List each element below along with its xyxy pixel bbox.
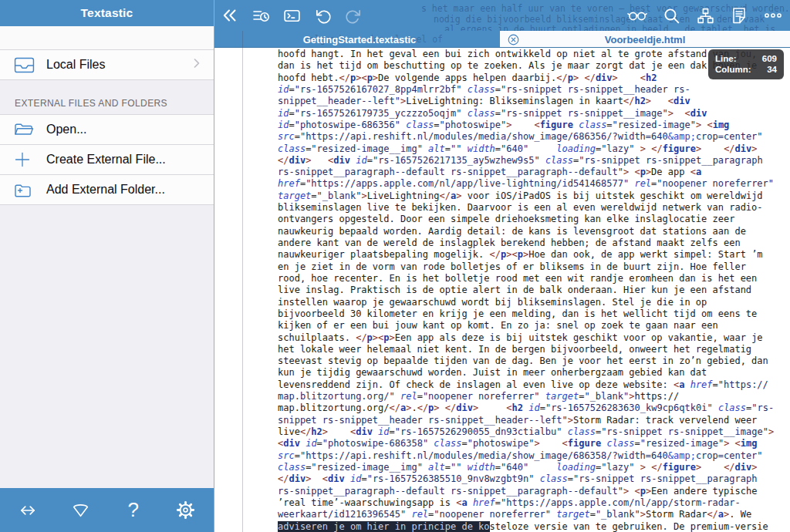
sidebar-item-open[interactable]: Open... (0, 115, 214, 145)
chevron-right-icon (189, 56, 204, 74)
code-line: class="resized-image__img" alt="" width=… (278, 462, 774, 473)
code-line: dan is het tijd om beschutting op te zoe… (278, 60, 774, 72)
column-number: 34 (767, 64, 777, 75)
terminal-button[interactable] (276, 0, 307, 31)
code-line: steevast stevig op bepaalde tijden van d… (278, 355, 774, 367)
line-column-indicator: Line: 609 Column: 34 (708, 49, 784, 79)
code-line: hoofd hangt. In het geval een bui zich o… (278, 49, 774, 60)
column-label: Column: (715, 64, 751, 75)
redo-button[interactable] (338, 0, 369, 31)
sitemap-icon (696, 6, 715, 25)
recent-files-button[interactable] (245, 0, 276, 31)
code-line: kijken of er een bui jouw kant op komt. … (278, 320, 774, 332)
code-line: en je ziet in de vorm van rode bolletjes… (278, 261, 774, 273)
create-external-file-label: Create External File... (46, 153, 204, 167)
code-line: id="rs-1657526179735_yczzzo5oqjm" class=… (278, 108, 774, 120)
sidebar-item-local-files[interactable]: Local Files (0, 50, 214, 80)
editor-margin-divider (242, 31, 243, 532)
code-line: snippet rs-snippet__header rs-snippet__h… (278, 415, 774, 426)
code-line: nauwkeurig bepaald worden. Aardig detail… (278, 226, 774, 237)
plus-icon (14, 150, 37, 169)
code-line: weerkaart/id1216396545" rel="noopener no… (278, 509, 774, 520)
code-line: </div> <div id="rs-1657526385510_9nv8wzg… (278, 473, 774, 485)
collapse-sidebar-button[interactable] (214, 0, 245, 31)
undo-icon (314, 7, 332, 25)
code-line: rood, hoe recenter. En is het bolletje r… (278, 273, 774, 285)
code-line: het lokale weer helemaal niet kent. In d… (278, 344, 774, 355)
recent-files-icon (252, 6, 270, 25)
code-editor[interactable]: hoofd hangt. In het geval een bui zich o… (214, 48, 790, 532)
wifi-icon (71, 500, 90, 520)
search-icon (662, 6, 681, 25)
code-line: rs-snippet__paragraph--default rs-snippe… (278, 486, 774, 497)
local-files-label: Local Files (46, 58, 189, 72)
code-line: src="https://api.reshift.nl/modules/medi… (278, 450, 774, 462)
left-right-arrows-icon (18, 500, 38, 520)
terminal-window-icon (282, 6, 302, 25)
search-button[interactable] (656, 0, 687, 31)
sidebar-spacer (0, 26, 214, 50)
sidebar: Textastic Local Files EXTERNAL FILES AND… (0, 0, 214, 532)
ellipsis-icon (763, 6, 783, 25)
close-icon (507, 33, 520, 46)
code-line: nauwkeuriger plaatsbepaling mogelijk. </… (278, 249, 774, 261)
code-line: map.blitzortung.org/</a>.</p> </div> <h2… (278, 402, 774, 414)
sidebar-empty-area (0, 205, 214, 488)
code-line: map.blitzortung.org/" rel="noopener nore… (278, 391, 774, 402)
textastic-app: Textastic Local Files EXTERNAL FILES AND… (0, 0, 790, 532)
external-files-section-header: EXTERNAL FILES AND FOLDERS (0, 80, 214, 115)
add-external-folder-label: Add External Folder... (46, 183, 204, 197)
code-line: </div> <div id="rs-1657526217135_ay5wzhe… (278, 155, 774, 167)
code-line: src="https://api.reshift.nl/modules/medi… (278, 131, 774, 143)
folder-plus-icon (14, 180, 37, 199)
code-line: target="_blank">LiveLightning</a> voor i… (278, 190, 774, 202)
help-button[interactable]: ? (116, 493, 150, 527)
more-button[interactable] (758, 0, 788, 31)
document-icon (730, 6, 748, 25)
code-line: adviseren je om hier in principe de kost… (278, 521, 774, 532)
transfer-button[interactable] (11, 493, 45, 527)
tab-gettingstarted[interactable]: GettingStarted.textastic (244, 31, 475, 48)
editor-toolbar: s het maar een half uur van te voren — b… (214, 0, 790, 31)
code-line: id="rs-1657526167027_8pp4mlrr2bf" class=… (278, 84, 774, 96)
code-lines: hoofd hangt. In het geval een bui zich o… (278, 49, 774, 532)
sidebar-item-add-external-folder[interactable]: Add External Folder... (0, 175, 214, 205)
tab-voorbeeldje[interactable]: Voorbeeldje.html (500, 31, 790, 48)
question-mark-icon: ? (127, 498, 138, 522)
code-line: bijvoorbeeld 30 kilometer en krijg je ee… (278, 308, 774, 320)
sidebar-toolbar: ? (0, 488, 214, 532)
code-line: live</h2> <div id="rs-1657526290055_dn93… (278, 426, 774, 438)
line-label: Line: (715, 53, 736, 64)
code-line: <div id="photoswipe-686358" class="photo… (278, 438, 774, 450)
open-folder-icon (14, 120, 37, 139)
sidebar-item-create-external-file[interactable]: Create External File... (0, 145, 214, 175)
line-number: 609 (762, 53, 777, 64)
wifi-transfer-button[interactable] (63, 493, 97, 527)
code-line: rs-snippet__paragraph--default rs-snippe… (278, 167, 774, 178)
file-properties-button[interactable] (724, 0, 755, 31)
code-line: levensreddend zijn. Of check de inslagen… (278, 379, 774, 391)
code-line: class="resized-image__img" alt="" width=… (278, 143, 774, 155)
tab-bar: volgende dan al snel of GettingStarted.t… (214, 31, 790, 48)
code-line: schuilplaats. </p><p>Een app als deze is… (278, 332, 774, 344)
undo-button[interactable] (307, 0, 338, 31)
app-title: Textastic (81, 6, 133, 20)
preview-button[interactable] (622, 0, 653, 31)
code-line: hoofd hebt.</p><p>De volgende apps helpe… (278, 72, 774, 84)
settings-button[interactable] (169, 493, 203, 527)
tab-label: Voorbeeldje.html (500, 34, 790, 45)
double-chevron-left-icon (221, 6, 239, 25)
glasses-icon (626, 6, 649, 25)
code-line: andere kant van de wereld de inslagplek … (278, 237, 774, 249)
close-tab-button[interactable] (505, 32, 521, 47)
tray-icon (14, 56, 37, 74)
code-line: blikseminslagen live te bekijken. Daarvo… (278, 202, 774, 214)
code-line: id="photoswipe-686356" class="photoswipe… (278, 120, 774, 131)
tab-label: GettingStarted.textastic (303, 34, 417, 45)
code-line: snippet__header--left">LiveLightning: Bl… (278, 96, 774, 107)
open-label: Open... (46, 123, 204, 136)
sidebar-header: Textastic (0, 0, 214, 26)
code-line: kun je tijdig gewaarschuwd worden. Juist… (278, 367, 774, 379)
code-line: href="https://apps.apple.com/nl/app/live… (278, 178, 774, 190)
symbol-navigator-button[interactable] (690, 0, 721, 31)
